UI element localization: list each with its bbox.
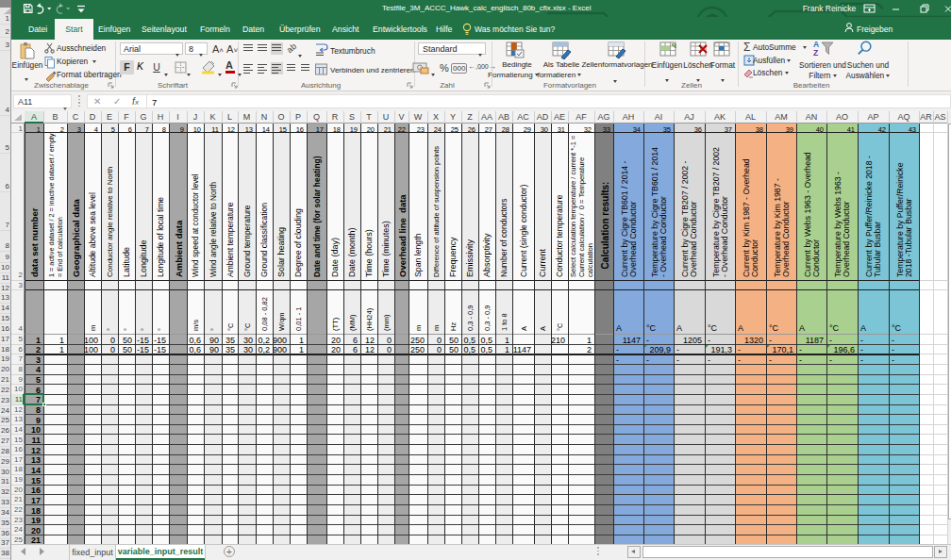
svg-text:Z: Z bbox=[813, 48, 818, 57]
